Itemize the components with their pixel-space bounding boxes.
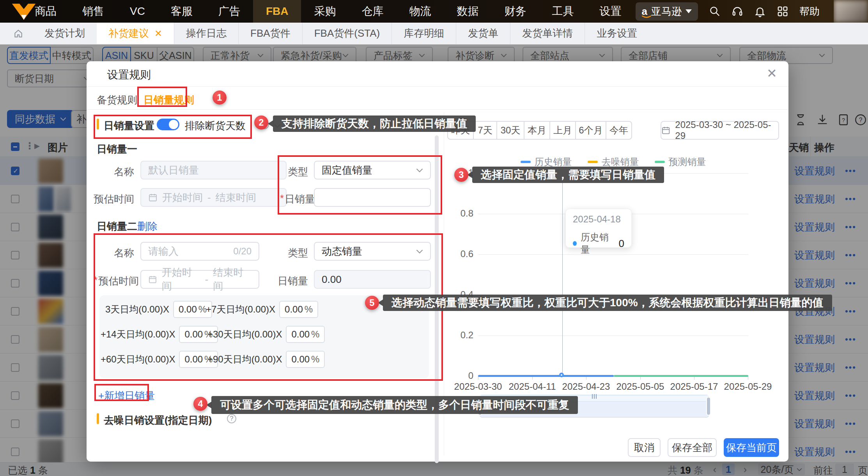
daily-sales-value: 0.00 xyxy=(314,270,431,289)
exclude-stockout-toggle[interactable] xyxy=(157,119,179,130)
marketplace-label: 亚马逊 xyxy=(651,5,682,18)
nav-item-service[interactable]: 客服 xyxy=(158,0,205,23)
required-star: * xyxy=(278,192,284,204)
x-tick-mark xyxy=(640,377,641,380)
name-input[interactable]: 请输入0/20 xyxy=(140,242,259,261)
forecast-sales-line xyxy=(614,375,748,377)
question-icon[interactable]: ? xyxy=(227,414,236,423)
cancel-button[interactable]: 取消 xyxy=(628,438,661,457)
estimate-time-label: 预估时间 xyxy=(94,192,134,206)
close-icon[interactable]: ✕ xyxy=(154,28,162,39)
range-last-month[interactable]: 上月 xyxy=(549,122,575,139)
weight-90d: +90天日均(0.00)X0.00% xyxy=(207,351,325,368)
nav-item-ads[interactable]: 广告 xyxy=(205,0,253,23)
nav-item-warehouse[interactable]: 仓库 xyxy=(349,0,396,23)
name-input[interactable]: 默认日销量 xyxy=(140,161,287,179)
weight-input[interactable]: 0.00% xyxy=(279,301,318,318)
dialog-title: 设置规则 xyxy=(107,67,151,82)
annotation-badge-2: 2 xyxy=(254,115,268,130)
save-current-page-button[interactable]: 保存当前页 xyxy=(724,438,779,457)
daily-sales-input[interactable] xyxy=(314,188,431,207)
range-6-months[interactable]: 6个月 xyxy=(575,122,606,139)
type-select[interactable]: 固定值销量 xyxy=(314,161,431,179)
chart-crosshair xyxy=(562,173,563,377)
char-counter: 0/20 xyxy=(233,246,252,257)
nav-item-data[interactable]: 数据 xyxy=(444,0,491,23)
weight-input[interactable]: 0.00% xyxy=(286,326,325,343)
section-accent-bar xyxy=(97,413,99,424)
fox-logo-icon xyxy=(10,3,37,20)
nav-item-finance[interactable]: 财务 xyxy=(491,0,539,23)
help-link[interactable]: 帮助 xyxy=(799,5,820,18)
tooltip-date: 2025-04-18 xyxy=(573,214,624,225)
home-icon[interactable] xyxy=(13,28,23,39)
chart-tooltip: 2025-04-18 历史销量0 xyxy=(565,209,632,248)
daily-sales-label: 日销量 xyxy=(278,274,308,288)
bell-icon[interactable] xyxy=(754,5,766,17)
annotation-tip-3: 选择固定值销量，需要填写日销量值 xyxy=(472,167,664,183)
y-tick: 0.6 xyxy=(449,249,473,259)
history-sales-line xyxy=(478,375,614,377)
delete-link[interactable]: 删除 xyxy=(137,220,158,233)
top-navbar: 商品 销售 VC 客服 广告 FBA 采购 仓库 物流 数据 财务 工具 设置 … xyxy=(0,0,868,23)
chart-date-range-picker[interactable]: 2025-03-30 ~ 2025-05-29 xyxy=(661,121,779,140)
app-root: 商品 销售 VC 客服 广告 FBA 采购 仓库 物流 数据 财务 工具 设置 … xyxy=(0,0,868,476)
add-daily-sales-button[interactable]: +新增日销量 xyxy=(98,389,155,403)
daily-sales-setting-title: 日销量设置 xyxy=(104,119,154,133)
estimate-time-range-input[interactable]: 开始时间-结束时间 xyxy=(140,270,259,289)
daily-sales-1-title: 日销量一 xyxy=(97,142,137,156)
x-tick-mark xyxy=(694,377,694,380)
nav-item-logistics[interactable]: 物流 xyxy=(396,0,444,23)
range-30d[interactable]: 30天 xyxy=(496,122,524,139)
nav-right-cluster: a 亚马逊 帮助 xyxy=(636,0,868,23)
chevron-down-icon xyxy=(416,249,423,254)
nav-item-fba[interactable]: FBA xyxy=(253,0,301,23)
hovered-data-point[interactable] xyxy=(559,373,564,377)
divider xyxy=(87,86,788,87)
marketplace-switcher[interactable]: a 亚马逊 xyxy=(636,2,698,21)
nav-item-vc[interactable]: VC xyxy=(117,0,158,23)
user-avatar[interactable] xyxy=(834,0,868,23)
annotation-tip-4: 可设置多个可选择固定值和动态销量的类型，多个日销量时间段不可重复 xyxy=(211,396,578,414)
chevron-down-icon xyxy=(416,168,423,172)
estimate-time-label: 预估时间 xyxy=(98,274,134,288)
tab-fba-shipment[interactable]: FBA货件 xyxy=(238,23,302,44)
tab-shipping-plan[interactable]: 发货计划 xyxy=(33,23,97,44)
x-tick-mark xyxy=(532,377,533,380)
tab-daily-sales-rules[interactable]: 日销量规则 xyxy=(143,93,194,107)
close-icon[interactable]: ✕ xyxy=(767,66,777,81)
annotation-tip-5: 选择动态销量需要填写权重比，权重比可大于100%，系统会根据权重比计算出日销量的… xyxy=(383,295,832,311)
slider-right-handle[interactable] xyxy=(706,397,711,416)
search-icon[interactable] xyxy=(709,5,721,17)
tab-operation-log[interactable]: 操作日志 xyxy=(174,23,238,44)
tab-shipping-order-detail[interactable]: 发货单详情 xyxy=(510,23,585,44)
nav-item-tools[interactable]: 工具 xyxy=(539,0,586,23)
slider-grip-icon[interactable] xyxy=(588,394,600,399)
tab-fba-shipment-sta[interactable]: FBA货件(STA) xyxy=(302,23,392,44)
estimate-time-range-input[interactable]: 开始时间-结束时间 xyxy=(140,188,287,207)
nav-item-sales[interactable]: 销售 xyxy=(69,0,117,23)
save-all-button[interactable]: 保存全部 xyxy=(668,438,717,457)
tab-business-settings[interactable]: 业务设置 xyxy=(585,23,649,44)
tab-inventory-detail[interactable]: 库存明细 xyxy=(391,23,456,44)
apps-grid-icon[interactable] xyxy=(777,5,788,17)
weight-30d: +30天日均(0.00)X0.00% xyxy=(207,326,325,343)
tab-replenishment-advice[interactable]: 补货建议✕ xyxy=(97,23,174,44)
daily-sales-label: 日销量 xyxy=(285,192,308,206)
tab-shipping-order[interactable]: 发货单 xyxy=(456,23,510,44)
calendar-icon xyxy=(148,275,157,284)
tab-stock-rules[interactable]: 备货规则 xyxy=(97,93,137,107)
x-tick-label: 2025-05-29 xyxy=(719,381,777,392)
annotation-badge-3: 3 xyxy=(454,168,468,182)
range-7d[interactable]: 7天 xyxy=(473,122,496,139)
nav-item-purchase[interactable]: 采购 xyxy=(301,0,349,23)
headset-icon[interactable] xyxy=(732,5,743,17)
weight-input[interactable]: 0.00% xyxy=(286,351,325,368)
page-tabbar: 发货计划 补货建议✕ 操作日志 FBA货件 FBA货件(STA) 库存明细 发货… xyxy=(0,23,868,44)
series-dot-icon xyxy=(573,241,577,246)
range-this-month[interactable]: 本月 xyxy=(524,122,549,139)
section-accent-bar xyxy=(97,119,99,130)
type-select[interactable]: 动态销量 xyxy=(314,242,431,261)
range-this-year[interactable]: 今年 xyxy=(606,122,631,139)
nav-item-settings[interactable]: 设置 xyxy=(586,0,634,23)
